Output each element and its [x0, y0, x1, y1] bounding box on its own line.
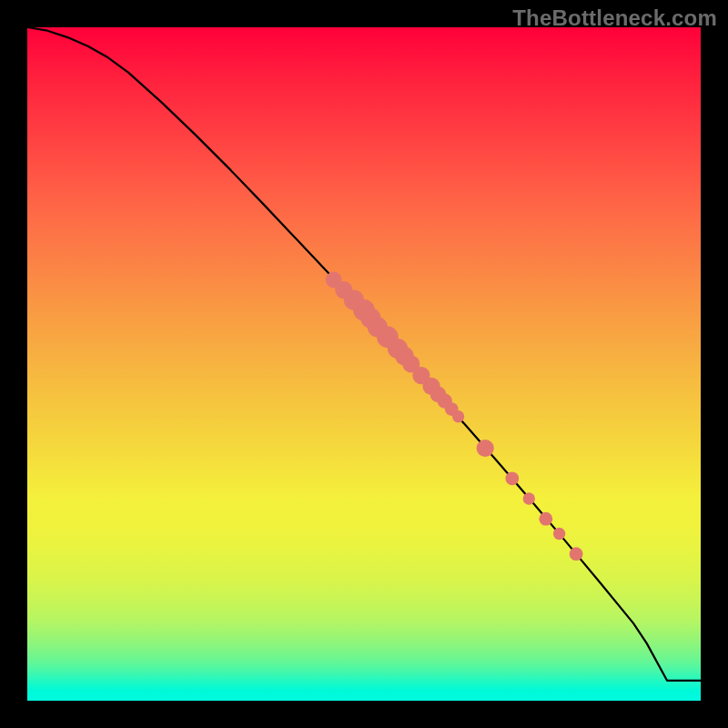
data-point: [553, 528, 565, 540]
data-point: [539, 512, 552, 526]
data-points: [326, 272, 583, 561]
data-point: [452, 410, 464, 422]
data-point: [477, 440, 494, 457]
chart-svg: [27, 27, 701, 701]
chart-container: TheBottleneck.com: [0, 0, 728, 728]
data-point: [505, 471, 519, 485]
curve-line: [27, 27, 701, 681]
data-point: [523, 492, 535, 504]
data-point: [570, 547, 583, 561]
